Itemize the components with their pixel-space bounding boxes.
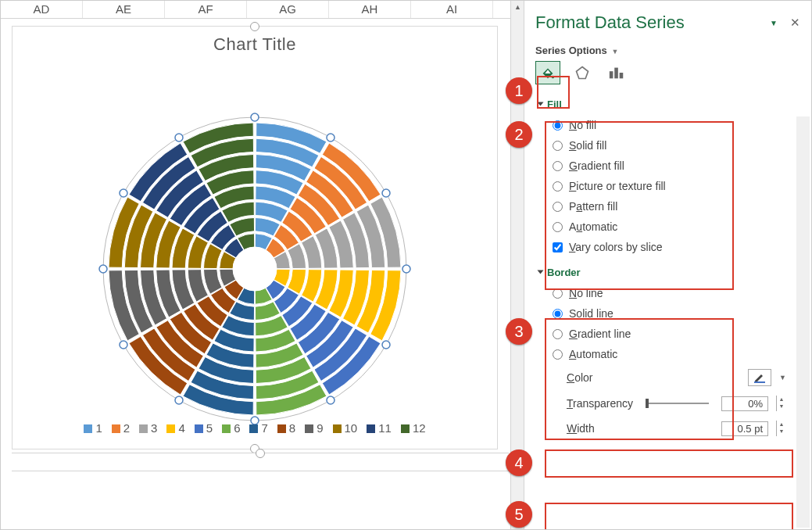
radio-solid-line[interactable] [553,309,563,319]
svg-point-2 [327,134,334,141]
radio-picture-fill[interactable] [553,181,563,192]
chart-legend[interactable]: 123456789101112 [13,421,497,435]
legend-item[interactable]: 5 [195,421,213,435]
radio-no-fill[interactable] [553,120,563,131]
fill-heading-label: Fill [547,98,562,110]
color-picker-button[interactable] [748,369,771,386]
legend-label: 9 [317,421,323,435]
color-row: Color ▼ [535,364,789,391]
pane-options-dropdown-icon[interactable]: ▼ [770,19,778,27]
border-heading-label: Border [547,267,581,278]
fill-section-header[interactable]: Fill [535,94,789,115]
legend-item[interactable]: 8 [277,421,295,435]
svg-point-13 [233,247,277,291]
callout-number: 5 [506,501,532,528]
tab-series-options[interactable] [604,61,629,84]
transparency-value[interactable]: 0% [721,396,768,411]
col-header[interactable]: AD [1,1,83,18]
legend-swatch [222,424,231,433]
legend-item[interactable]: 2 [112,421,130,435]
legend-item[interactable]: 4 [166,421,184,435]
pane-vscrollbar[interactable] [796,116,810,528]
legend-label: 7 [261,421,267,435]
format-task-pane: Format Data Series ▼ ✕ Series Options ▼ … [524,1,811,530]
legend-swatch [112,424,120,433]
legend-label: 2 [123,421,130,435]
pane-category-tabs [524,61,811,91]
col-header[interactable]: AI [411,1,493,18]
fill-option-no-fill[interactable]: NNo fillo fill [535,115,789,135]
pane-options-area: Fill NNo fillo fill Solid fill Gradient … [524,91,811,444]
scroll-up-icon[interactable]: ▲ [511,1,524,14]
legend-item[interactable]: 1 [84,421,102,435]
svg-rect-18 [754,381,765,383]
legend-item[interactable]: 7 [249,421,267,435]
chart-handle[interactable] [250,22,259,31]
svg-point-11 [120,189,127,197]
checkbox-vary-colors[interactable] [553,242,563,252]
border-option-automatic[interactable]: Automatic [535,344,789,364]
legend-label: 1 [95,421,102,435]
radio-gradient-line[interactable] [553,329,563,339]
radio-no-line[interactable] [553,288,563,299]
legend-label: 3 [151,421,157,435]
legend-item[interactable]: 9 [305,421,323,435]
col-header[interactable]: AG [247,1,329,18]
spinner-buttons[interactable]: ▲▼ [776,421,786,436]
col-header[interactable]: AH [329,1,411,18]
radio-automatic-line[interactable] [553,349,563,360]
legend-item[interactable]: 10 [333,421,358,435]
legend-swatch [333,424,342,433]
paint-bucket-icon [539,64,556,81]
pentagon-icon [574,65,590,81]
legend-item[interactable]: 11 [367,421,392,435]
width-value[interactable]: 0.5 pt [721,421,768,436]
close-icon[interactable]: ✕ [790,16,800,30]
svg-point-3 [382,189,390,197]
legend-label: 10 [345,421,358,435]
transparency-slider[interactable] [646,403,709,404]
legend-label: 12 [413,421,426,435]
sunburst-chart[interactable] [98,113,411,428]
border-option-gradient[interactable]: Gradient line [535,324,789,344]
chart-object[interactable]: Chart Title 123456789101112 [12,26,498,449]
fill-option-picture[interactable]: Picture or texture fill [535,176,789,196]
legend-swatch [249,424,258,433]
width-label: Width [567,422,595,435]
tab-fill-and-line[interactable] [535,61,560,84]
border-option-solid[interactable]: Solid line [535,303,789,324]
radio-automatic-fill[interactable] [553,222,563,232]
bar-chart-icon [608,65,625,81]
legend-item[interactable]: 6 [222,421,240,435]
legend-item[interactable]: 3 [139,421,157,435]
radio-pattern-fill[interactable] [553,202,563,212]
svg-rect-15 [610,71,613,78]
pen-color-icon [753,371,766,384]
col-header[interactable]: AF [165,1,247,18]
radio-solid-fill[interactable] [553,141,563,151]
fill-option-automatic[interactable]: Automatic [535,217,789,237]
border-option-no-line[interactable]: No line [535,283,789,303]
series-options-dropdown[interactable]: Series Options ▼ [524,38,811,61]
spinner-buttons[interactable]: ▲▼ [776,396,786,411]
legend-item[interactable]: 12 [401,421,426,435]
tab-effects[interactable] [570,61,595,84]
callout-number: 1 [506,77,532,104]
col-header[interactable]: AE [83,1,165,18]
legend-swatch [166,424,175,433]
legend-swatch [401,424,410,433]
radio-gradient-fill[interactable] [553,161,563,171]
fill-option-solid[interactable]: Solid fill [535,135,789,156]
series-options-label: Series Options [535,45,607,56]
legend-swatch [277,424,286,433]
vary-colors-checkbox-row[interactable]: Vary colors by slice [535,237,789,257]
border-section-header[interactable]: Border [535,262,789,283]
worksheet-row[interactable] [12,453,509,471]
chevron-down-icon[interactable]: ▼ [779,374,786,381]
chart-handle[interactable] [256,449,265,458]
legend-label: 8 [289,421,295,435]
svg-point-1 [251,113,259,121]
fill-option-gradient[interactable]: Gradient fill [535,156,789,176]
chart-title[interactable]: Chart Title [13,34,497,55]
fill-option-pattern[interactable]: Pattern fill [535,196,789,217]
